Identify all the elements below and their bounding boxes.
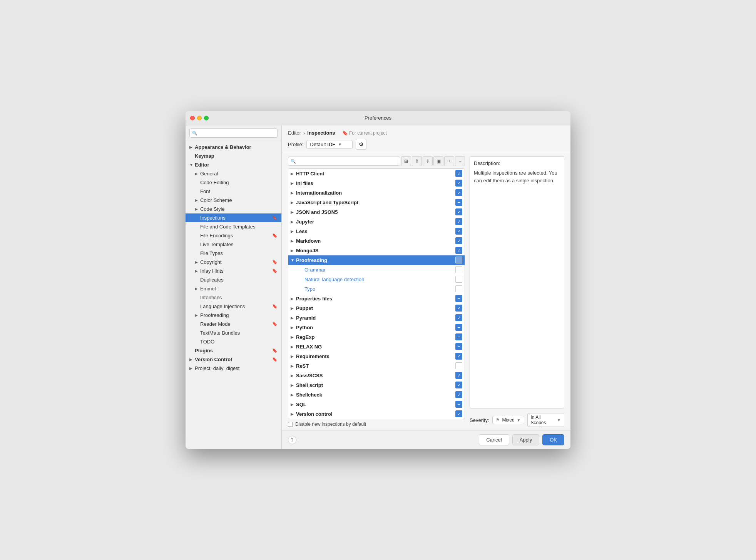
tree-row[interactable]: ▶ Less ✓ bbox=[288, 227, 465, 236]
check-icon[interactable]: ✓ bbox=[455, 372, 462, 379]
apply-button[interactable]: Apply bbox=[512, 434, 540, 445]
ok-button[interactable]: OK bbox=[542, 434, 564, 445]
tree-row[interactable]: ▶ HTTP Client ✓ bbox=[288, 169, 465, 178]
filter-button[interactable]: ⊞ bbox=[401, 156, 411, 166]
sidebar-item-color-scheme[interactable]: ▶ Color Scheme bbox=[186, 196, 281, 205]
sidebar-item-emmet[interactable]: ▶ Emmet bbox=[186, 284, 281, 293]
tree-row[interactable]: ▶ Requirements ✓ bbox=[288, 352, 465, 361]
check-icon[interactable]: − bbox=[455, 295, 462, 302]
tree-row[interactable]: ▶ Properties files − bbox=[288, 294, 465, 303]
sidebar-item-reader-mode[interactable]: Reader Mode 🔖 bbox=[186, 320, 281, 328]
check-icon[interactable]: ✓ bbox=[455, 314, 462, 321]
sidebar-item-editor[interactable]: ▼ Editor bbox=[186, 160, 281, 169]
check-icon[interactable]: ✓ bbox=[455, 189, 462, 196]
tree-row[interactable]: ▶ Jupyter ✓ bbox=[288, 217, 465, 227]
expand-all-button[interactable]: ⇑ bbox=[412, 156, 422, 166]
maximize-button[interactable] bbox=[204, 116, 209, 120]
row-label: Version control bbox=[296, 411, 455, 417]
sidebar-item-plugins[interactable]: Plugins 🔖 bbox=[186, 346, 281, 355]
sidebar-search-input[interactable] bbox=[189, 128, 278, 138]
profile-dropdown[interactable]: Default IDE ▼ bbox=[306, 140, 353, 149]
sidebar-item-file-types[interactable]: File Types bbox=[186, 249, 281, 258]
close-button[interactable] bbox=[190, 116, 195, 120]
sidebar-item-language-injections[interactable]: Language Injections 🔖 bbox=[186, 302, 281, 311]
check-icon[interactable]: ✓ bbox=[455, 208, 462, 215]
sidebar-item-intentions[interactable]: Intentions bbox=[186, 293, 281, 302]
check-icon[interactable]: ✓ bbox=[455, 170, 462, 177]
sidebar-item-font[interactable]: Font bbox=[186, 187, 281, 196]
check-icon[interactable]: ✓ bbox=[455, 305, 462, 312]
tree-row[interactable]: ▶ Ini files ✓ bbox=[288, 178, 465, 188]
sidebar-item-project[interactable]: ▶ Project: daily_digest bbox=[186, 364, 281, 373]
tree-row-proofreading[interactable]: ▼ Proofreading bbox=[288, 255, 465, 265]
tree-row[interactable]: ▶ Shell script ✓ bbox=[288, 380, 465, 390]
disable-checkbox[interactable] bbox=[288, 422, 293, 427]
tree-row[interactable]: ▶ Python − bbox=[288, 323, 465, 332]
group-button[interactable]: ▣ bbox=[433, 156, 443, 166]
tree-row[interactable]: ▶ Shellcheck ✓ bbox=[288, 390, 465, 400]
tree-row[interactable]: ▶ Internationalization ✓ bbox=[288, 188, 465, 198]
tree-row[interactable]: ▶ RegExp − bbox=[288, 332, 465, 342]
sidebar-item-code-style[interactable]: ▶ Code Style bbox=[186, 205, 281, 213]
sidebar-item-file-code-templates[interactable]: File and Code Templates bbox=[186, 222, 281, 231]
sidebar-item-todo[interactable]: TODO bbox=[186, 337, 281, 346]
check-icon[interactable]: ✓ bbox=[455, 410, 462, 417]
check-icon[interactable]: − bbox=[455, 343, 462, 350]
tree-row-typo[interactable]: Typo bbox=[288, 284, 465, 294]
sidebar-item-inlay-hints[interactable]: ▶ Inlay Hints 🔖 bbox=[186, 267, 281, 275]
check-icon[interactable]: ✓ bbox=[455, 247, 462, 254]
tree-row-grammar[interactable]: Grammar bbox=[288, 265, 465, 275]
sidebar-item-textmate[interactable]: TextMate Bundles bbox=[186, 328, 281, 337]
sidebar-item-inspections[interactable]: Inspections 🔖 bbox=[186, 213, 281, 222]
help-button[interactable]: ? bbox=[288, 436, 296, 444]
sidebar-item-version-control[interactable]: ▶ Version Control 🔖 bbox=[186, 355, 281, 364]
tree-row-natural-lang[interactable]: Natural language detection bbox=[288, 275, 465, 284]
tree-row[interactable]: ▶ Markdown ✓ bbox=[288, 236, 465, 246]
check-icon[interactable]: − bbox=[455, 333, 462, 340]
sidebar-item-live-templates[interactable]: Live Templates bbox=[186, 240, 281, 249]
tree-row[interactable]: ▶ SQL − bbox=[288, 400, 465, 409]
tree-search-input[interactable] bbox=[288, 157, 400, 166]
check-icon[interactable]: ✓ bbox=[455, 180, 462, 187]
collapse-all-button[interactable]: ⇓ bbox=[423, 156, 433, 166]
tree-row[interactable]: ▶ Version control ✓ bbox=[288, 409, 465, 419]
check-icon[interactable] bbox=[455, 362, 462, 369]
tree-row[interactable]: ▶ JavaScript and TypeScript − bbox=[288, 198, 465, 207]
cancel-button[interactable]: Cancel bbox=[479, 434, 509, 445]
check-icon[interactable]: ✓ bbox=[455, 228, 462, 235]
sidebar-item-file-encodings[interactable]: File Encodings 🔖 bbox=[186, 231, 281, 240]
sidebar-item-appearance[interactable]: ▶ Appearance & Behavior bbox=[186, 143, 281, 152]
sidebar-item-proofreading[interactable]: ▶ Proofreading bbox=[186, 311, 281, 320]
tree-row[interactable]: ▶ RELAX NG − bbox=[288, 342, 465, 352]
sidebar-item-copyright[interactable]: ▶ Copyright 🔖 bbox=[186, 258, 281, 267]
check-icon[interactable]: − bbox=[455, 401, 462, 408]
check-icon[interactable]: ✓ bbox=[455, 382, 462, 388]
check-icon[interactable]: − bbox=[455, 199, 462, 206]
check-icon[interactable]: ✓ bbox=[455, 391, 462, 398]
tree-row[interactable]: ▶ JSON and JSON5 ✓ bbox=[288, 207, 465, 217]
sidebar-item-general[interactable]: ▶ General bbox=[186, 169, 281, 178]
check-icon[interactable]: ✓ bbox=[455, 237, 462, 244]
check-icon[interactable]: ✓ bbox=[455, 218, 462, 225]
check-icon[interactable] bbox=[455, 276, 462, 283]
sidebar-item-duplicates[interactable]: Duplicates bbox=[186, 275, 281, 284]
tree-row[interactable]: ▶ MongoJS ✓ bbox=[288, 246, 465, 255]
remove-button[interactable]: − bbox=[455, 156, 465, 166]
check-icon[interactable] bbox=[455, 285, 462, 292]
add-button[interactable]: + bbox=[444, 156, 454, 166]
tree-row[interactable]: ▶ Puppet ✓ bbox=[288, 303, 465, 313]
gear-button[interactable]: ⚙ bbox=[356, 139, 366, 150]
sidebar-item-code-editing[interactable]: Code Editing bbox=[186, 178, 281, 187]
tree-row[interactable]: ▶ Pyramid ✓ bbox=[288, 313, 465, 323]
tree-row[interactable]: ▶ ReST bbox=[288, 361, 465, 371]
check-icon[interactable]: − bbox=[455, 324, 462, 331]
tree-row[interactable]: ▶ Sass/SCSS ✓ bbox=[288, 371, 465, 380]
check-icon[interactable] bbox=[455, 257, 462, 263]
check-icon[interactable]: ✓ bbox=[455, 353, 462, 360]
scope-dropdown[interactable]: In All Scopes ▼ bbox=[527, 413, 565, 427]
sidebar-item-keymap[interactable]: Keymap bbox=[186, 152, 281, 160]
minimize-button[interactable] bbox=[197, 116, 202, 120]
severity-dropdown[interactable]: ⚑ Mixed ▼ bbox=[492, 416, 524, 424]
check-icon[interactable] bbox=[455, 266, 462, 273]
for-project-badge: 🔖 For current project bbox=[342, 130, 387, 136]
